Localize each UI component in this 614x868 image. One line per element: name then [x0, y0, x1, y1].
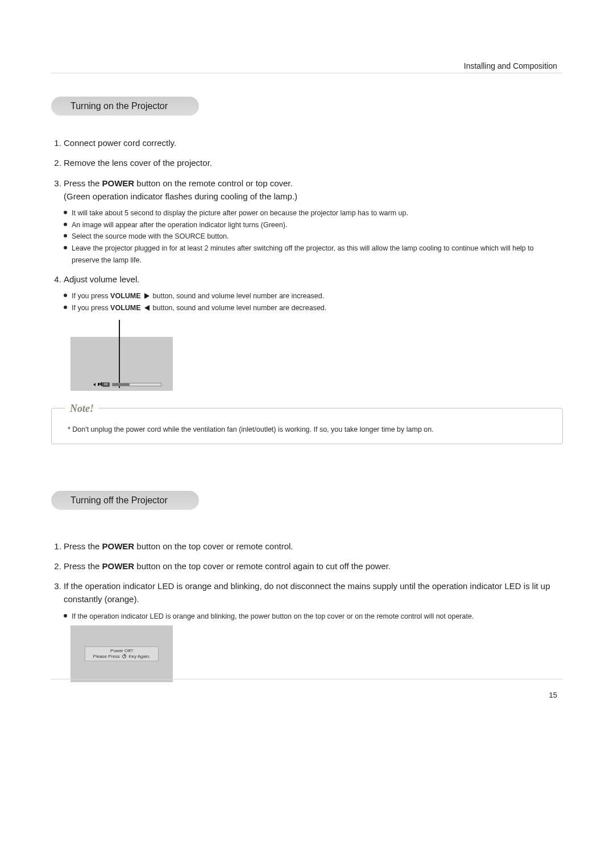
step-3-suffix: button on the remote control or top cove… [134, 178, 293, 188]
vol-dec-post: button, sound and volume level number ar… [153, 304, 327, 312]
note-text: * Don't unplug the power cord while the … [68, 425, 551, 433]
off-step-2-suffix: button on the top cover or remote contro… [134, 561, 391, 571]
bottom-rule [51, 679, 563, 679]
page-content: Turning on the Projector Connect power c… [51, 97, 563, 682]
section-turning-on: Turning on the Projector Connect power c… [51, 97, 563, 444]
vol-inc-bold: VOLUME [110, 292, 140, 300]
section-heading-pill-2: Turning off the Projector [51, 491, 199, 510]
off-step-3-bullets: If the operation indicator LED is orange… [64, 611, 563, 623]
poweroff-line2-post: Key Again. [127, 654, 150, 659]
volume-bar: 10 [93, 382, 161, 387]
poweroff-line2-pre: Please Press [93, 654, 121, 659]
step-4: Adjust volume level. If you press VOLUME… [64, 273, 563, 397]
step-3: Press the POWER button on the remote con… [64, 177, 563, 266]
callout-line [119, 320, 120, 388]
off-step-3: If the operation indicator LED is orange… [64, 579, 563, 682]
section-heading-text-2: Turning off the Projector [70, 495, 168, 506]
triangle-left-icon [144, 305, 150, 311]
off-step-2-prefix: Press the [64, 561, 102, 571]
step-4-bullet-inc: If you press VOLUME button, sound and vo… [64, 290, 563, 302]
off-step-3-text: If the operation indicator LED is orange… [64, 581, 550, 604]
page-header-right: Installing and Composition [464, 61, 557, 70]
off-step-1-bold: POWER [102, 541, 135, 551]
step-3-bullet-3: Select the source mode with the SOURCE b… [64, 231, 563, 243]
step-4-bullet-dec: If you press VOLUME button, sound and vo… [64, 302, 563, 314]
step-3-prefix: Press the [64, 178, 102, 188]
top-rule [51, 73, 563, 73]
vol-dec-pre: If you press [72, 304, 110, 312]
poweroff-osd-diagram: Power Off? Please Press Key Again. [70, 625, 173, 682]
step-2: Remove the lens cover of the projector. [64, 156, 563, 169]
turn-on-steps: Connect power cord correctly. Remove the… [64, 136, 563, 397]
step-2-text: Remove the lens cover of the projector. [64, 158, 212, 168]
power-icon [122, 654, 126, 658]
step-3-bullet-1: It will take about 5 second to display t… [64, 207, 563, 219]
volume-osd-diagram: 10 [70, 320, 173, 397]
vol-dec-bold: VOLUME [110, 304, 140, 312]
section-heading-pill: Turning on the Projector [51, 97, 199, 116]
off-step-2: Press the POWER button on the top cover … [64, 560, 563, 573]
speaker-icon [93, 383, 96, 386]
off-step-1: Press the POWER button on the top cover … [64, 540, 563, 553]
page-number: 15 [549, 691, 557, 699]
step-3-after: (Green operation indicator flashes durin… [64, 190, 563, 203]
step-1-text: Connect power cord correctly. [64, 138, 176, 148]
note-box: Note! * Don't unplug the power cord whil… [51, 408, 563, 444]
triangle-right-icon [144, 293, 150, 299]
vol-inc-pre: If you press [72, 292, 110, 300]
step-1: Connect power cord correctly. [64, 136, 563, 149]
off-step-3-bullet-1: If the operation indicator LED is orange… [64, 611, 563, 623]
turn-off-steps: Press the POWER button on the top cover … [64, 540, 563, 683]
off-step-2-bold: POWER [102, 561, 135, 571]
section-turning-off: Turning off the Projector Press the POWE… [51, 491, 563, 683]
step-3-bullet-2: An image will appear after the operation… [64, 219, 563, 231]
section-heading-text: Turning on the Projector [70, 101, 168, 111]
volume-track [112, 383, 161, 386]
step-4-bullets: If you press VOLUME button, sound and vo… [64, 290, 563, 314]
volume-value-box: 10 [102, 382, 110, 387]
note-label: Note! [65, 403, 98, 415]
poweroff-dialog: Power Off? Please Press Key Again. [85, 646, 159, 661]
vol-inc-post: button, sound and volume level number ar… [153, 292, 325, 300]
step-3-bullet-4: Leave the projector plugged in for at le… [64, 243, 563, 266]
step-4-text: Adjust volume level. [64, 274, 139, 284]
poweroff-line2: Please Press Key Again. [93, 654, 151, 660]
poweroff-line1: Power Off? [110, 648, 133, 654]
step-3-bold: POWER [102, 178, 135, 188]
speaker-cone-icon [98, 383, 99, 386]
off-step-1-suffix: button on the top cover or remote contro… [134, 541, 293, 551]
step-3-bullets: It will take about 5 second to display t… [64, 207, 563, 266]
off-step-1-prefix: Press the [64, 541, 102, 551]
